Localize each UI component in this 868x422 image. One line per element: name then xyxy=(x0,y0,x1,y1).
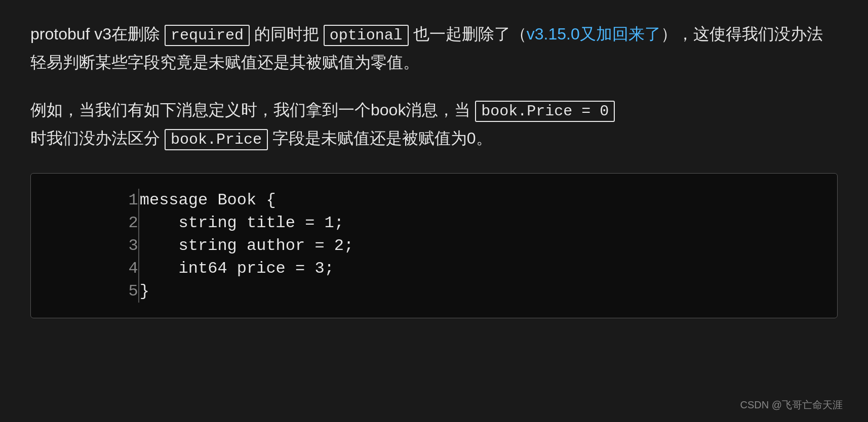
code-table: 1 message Book { 2 string title = 1; 3 s… xyxy=(41,189,827,303)
book-price-code: book.Price xyxy=(165,129,268,150)
code-line-content: message Book { xyxy=(140,189,827,212)
paragraph-1: protobuf v3在删除 required 的同时把 optional 也一… xyxy=(30,20,838,76)
code-line-content: string title = 1; xyxy=(140,212,827,234)
required-code: required xyxy=(165,25,250,46)
line-number: 2 xyxy=(41,212,139,234)
para2-line2-before-code2: 时我们没办法区分 xyxy=(30,129,165,147)
para1-after-optional: 也一起删除了（ xyxy=(409,25,527,43)
line-number: 5 xyxy=(41,280,139,303)
code-line-content: int64 price = 3; xyxy=(140,257,827,280)
para1-between: 的同时把 xyxy=(250,25,324,43)
para2-line2-after: 字段是未赋值还是被赋值为0。 xyxy=(268,129,492,147)
code-line-row: 3 string author = 2; xyxy=(41,234,827,257)
line-number: 3 xyxy=(41,234,139,257)
book-price-zero-code: book.Price = 0 xyxy=(475,101,615,122)
para2-before-code1: 例如，当我们有如下消息定义时，我们拿到一个book消息，当 xyxy=(30,101,475,119)
code-line-content: } xyxy=(140,280,827,303)
optional-code: optional xyxy=(324,25,409,46)
code-line-content: string author = 2; xyxy=(140,234,827,257)
code-line-row: 1 message Book { xyxy=(41,189,827,212)
line-number: 1 xyxy=(41,189,139,212)
paragraph-2: 例如，当我们有如下消息定义时，我们拿到一个book消息，当 book.Price… xyxy=(30,96,838,153)
code-line-row: 2 string title = 1; xyxy=(41,212,827,234)
code-line-row: 4 int64 price = 3; xyxy=(41,257,827,280)
watermark: CSDN @飞哥亡命天涯 xyxy=(740,398,843,412)
para1-before-required: protobuf v3在删除 xyxy=(30,25,165,43)
code-line-row: 5 } xyxy=(41,280,827,303)
code-block: 1 message Book { 2 string title = 1; 3 s… xyxy=(30,173,838,318)
version-link[interactable]: v3.15.0又加回来了 xyxy=(527,25,661,43)
line-number: 4 xyxy=(41,257,139,280)
